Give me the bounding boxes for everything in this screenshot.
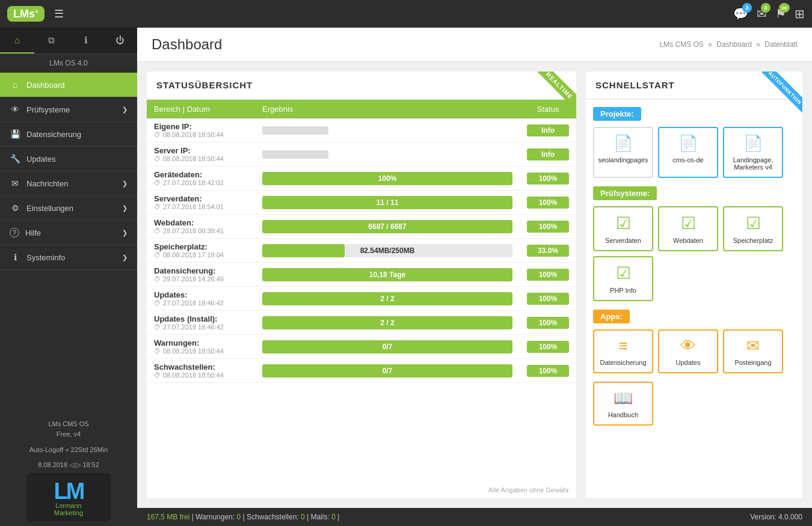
sidebar-item-dashboard[interactable]: ⌂ Dashboard xyxy=(0,73,137,97)
table-header-row: Bereich | Datum Ergebnis Status xyxy=(147,100,576,118)
row-result-cell: 82.54MB/250MB xyxy=(255,239,520,263)
sidebar-tab-home[interactable]: ⌂ xyxy=(0,28,34,54)
row-label: Datensicherung: xyxy=(154,266,248,275)
flag-badge: DE xyxy=(779,3,790,13)
lm-logo: LM LormannMarketing xyxy=(54,479,84,516)
breadcrumb-item-3: Datenblatt xyxy=(764,40,798,49)
chevron-right-icon: ❯ xyxy=(122,180,128,188)
top-nav-right: 💬 3 ✉ 0 ⚑ DE ⊞ xyxy=(733,7,805,21)
row-label-cell: Updates: ⏱ 27.07.2018 18:46:42 xyxy=(147,287,255,311)
autofunktion-ribbon: AUTOFUNKTION xyxy=(748,72,802,126)
row-label: Webdaten: xyxy=(154,218,248,227)
row-result-cell: 0/7 xyxy=(255,335,520,359)
footer-warnings: 0 xyxy=(236,513,241,521)
row-date: ⏱ 28.07.2018 00:39:41 xyxy=(154,227,248,234)
document-icon: 📄 xyxy=(678,134,698,153)
quick-card-posteingang[interactable]: ✉ Posteingang xyxy=(723,329,783,373)
quick-card-speicherplatz[interactable]: ☑ Speicherplatz xyxy=(723,206,783,251)
breadcrumb-item-2[interactable]: Dashboard xyxy=(716,40,752,49)
realtime-ribbon: REALTIME xyxy=(522,72,576,126)
sidebar-tab-power[interactable]: ⏻ xyxy=(103,28,137,54)
status-badge: 100% xyxy=(527,341,569,353)
progress-bar: 2 / 2 xyxy=(262,316,512,329)
card-label: Serverdaten xyxy=(605,237,641,244)
clock-icon: ⏱ xyxy=(154,155,161,162)
sidebar-item-label: Datensicherung xyxy=(26,130,81,139)
row-label-cell: Server IP: ⏱ 08.08.2018 18:50:44 xyxy=(147,142,255,167)
prufsysteme-icon: 👁 xyxy=(10,105,20,114)
status-header: STATUSÜBERSICHT REALTIME xyxy=(147,72,576,100)
table-row: Gerätedaten: ⏱ 27.07.2018 18:42:02 100% xyxy=(147,167,576,191)
apps-grid: ≡ Datensicherung 👁 Updates ✉ Posteingang xyxy=(593,329,795,373)
clock-icon: ⏱ xyxy=(154,347,161,355)
status-badge: 100% xyxy=(527,197,569,209)
status-badge: 100% xyxy=(527,173,569,185)
row-label-cell: Warnungen: ⏱ 08.08.2018 18:50:44 xyxy=(147,335,255,359)
table-row: Server IP: ⏱ 08.08.2018 18:50:44 Info xyxy=(147,142,576,167)
check-icon: ☑ xyxy=(616,263,631,283)
mail-badge: 0 xyxy=(761,3,770,13)
sidebar-item-nachrichten[interactable]: ✉ Nachrichten ❯ xyxy=(0,171,137,196)
row-date: ⏱ 29.07.2018 14:26:49 xyxy=(154,275,248,283)
quick-card-phpinfo[interactable]: ☑ PHP Info xyxy=(593,256,653,301)
card-label: Updates xyxy=(676,359,701,366)
quick-card-seolandingpages[interactable]: 📄 seolandingpages xyxy=(593,127,653,178)
product-label: LMs CMS OS xyxy=(48,420,88,427)
section-label-apps: Apps: xyxy=(593,310,630,323)
row-result-cell: 11 / 11 xyxy=(255,191,520,215)
sidebar-item-updates[interactable]: 🔧 Updates xyxy=(0,147,137,171)
sidebar-tab-info[interactable]: ℹ xyxy=(69,28,103,54)
sidebar-tabs: ⌂ ⧉ ℹ ⏻ xyxy=(0,28,137,54)
section-apps: Apps: ≡ Datensicherung 👁 Updates xyxy=(593,310,795,426)
footer-left: 167,5 MB frei | Warnungen: 0 | Schwachst… xyxy=(147,513,339,521)
quick-card-webdaten[interactable]: ☑ Webdaten xyxy=(658,206,718,251)
quick-card-updates[interactable]: 👁 Updates xyxy=(658,329,718,373)
quick-card-cms-os-de[interactable]: 📄 cms-os-de xyxy=(658,127,718,178)
sidebar-item-systeminfo[interactable]: ℹ Systeminfo ❯ xyxy=(0,245,137,270)
progress-bar-label: 2 / 2 xyxy=(262,292,512,305)
quick-title: SCHNELLSTART xyxy=(595,80,675,90)
database-icon: ≡ xyxy=(618,337,627,355)
hamburger-button[interactable]: ☰ xyxy=(54,7,64,20)
quick-card-serverdaten[interactable]: ☑ Serverdaten xyxy=(593,206,653,251)
table-row: Eigene IP: ⏱ 08.08.2018 18:50:44 Info xyxy=(147,118,576,142)
sidebar-item-label: Updates xyxy=(26,154,55,164)
dashboard-icon: ⌂ xyxy=(10,80,20,90)
row-date: ⏱ 27.07.2018 18:42:02 xyxy=(154,179,248,186)
footer-separator-3: | Mails: xyxy=(307,513,331,521)
messages-icon-wrap[interactable]: 💬 3 xyxy=(733,7,748,21)
document-icon: 📄 xyxy=(614,134,633,153)
logo-text: LMs xyxy=(13,8,35,20)
status-badge: 33.0% xyxy=(527,245,569,257)
quick-card-datensicherung[interactable]: ≡ Datensicherung xyxy=(593,329,653,373)
row-label-cell: Speicherplatz: ⏱ 08.08.2018 17:19:04 xyxy=(147,239,255,263)
col-header-bereich: Bereich | Datum xyxy=(147,100,255,118)
sidebar-tab-copy[interactable]: ⧉ xyxy=(34,28,69,54)
mail-icon-wrap[interactable]: ✉ 0 xyxy=(757,7,767,21)
quick-card-landingpage[interactable]: 📄 Landingpage, Marketers v4 xyxy=(723,127,783,178)
table-row: Speicherplatz: ⏱ 08.08.2018 17:19:04 82.… xyxy=(147,239,576,263)
breadcrumb-item-1[interactable]: LMs CMS OS xyxy=(660,40,704,49)
sidebar-item-prufsysteme[interactable]: 👁 Prüfsysteme ❯ xyxy=(0,97,137,122)
row-label: Eigene IP: xyxy=(154,122,248,131)
row-result-cell: 6687 / 6687 xyxy=(255,215,520,239)
row-status-cell: 100% xyxy=(520,263,576,287)
quick-card-handbuch[interactable]: 📖 Handbuch xyxy=(593,382,653,426)
sidebar-item-hilfe[interactable]: ? Hilfe ❯ xyxy=(0,221,137,245)
autofunktion-label: AUTOFUNKTION xyxy=(758,72,802,115)
clock-icon: ⏱ xyxy=(154,179,161,186)
grid-icon-wrap[interactable]: ⊞ xyxy=(795,7,805,21)
book-icon: 📖 xyxy=(614,389,633,408)
flag-icon-wrap[interactable]: ⚑ DE xyxy=(775,7,786,21)
logo[interactable]: LMs® xyxy=(7,6,45,22)
check-icon: ☑ xyxy=(681,213,696,233)
row-label: Warnungen: xyxy=(154,338,248,347)
row-status-cell: 100% xyxy=(520,335,576,359)
footer-separator-2: | Schwachstellen: xyxy=(242,513,301,521)
sidebar-item-datensicherung[interactable]: 💾 Datensicherung xyxy=(0,122,137,147)
sidebar-item-einstellungen[interactable]: ⚙ Einstellungen ❯ xyxy=(0,196,137,221)
sidebar-datetime: 8.08.2018 ◁ ▷ 18:52 xyxy=(5,457,132,473)
progress-bar: 100% xyxy=(262,172,512,185)
messages-badge: 3 xyxy=(742,3,752,13)
progress-bar-label: 2 / 2 xyxy=(262,316,512,329)
